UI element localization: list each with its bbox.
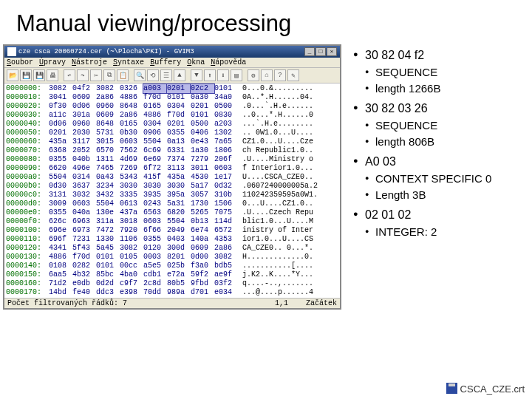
hex-word[interactable]: 0603 <box>72 200 96 208</box>
hex-word[interactable]: 6563 <box>143 208 167 217</box>
hex-row[interactable]: 0000100:696e 6973 7472 7920 6f66 2049 6e… <box>6 226 338 235</box>
hex-word[interactable]: 5265 <box>191 208 214 217</box>
hex-word[interactable]: 3082 <box>49 84 72 93</box>
hex-word[interactable]: 5a31 <box>167 200 191 208</box>
hex-word[interactable]: 437a <box>120 208 143 217</box>
hex-row[interactable]: 0000050:0201 2030 5731 0b30 0906 0355 04… <box>6 129 338 137</box>
hex-word[interactable]: 7279 <box>191 155 214 164</box>
hex-word[interactable]: 0a30 <box>191 93 214 102</box>
hex-word[interactable]: 6820 <box>167 208 191 217</box>
hex-word[interactable]: 4b32 <box>72 270 96 279</box>
hex-word[interactable]: 0500 <box>214 102 238 111</box>
hex-word[interactable]: 310b <box>214 191 238 200</box>
hex-word[interactable]: 0830 <box>214 111 238 120</box>
undo-icon[interactable]: ↶ <box>64 69 75 81</box>
hex-word[interactable]: 5504 <box>49 173 72 182</box>
hex-word[interactable]: 5a45 <box>96 244 120 253</box>
hex-word[interactable]: 1311 <box>96 155 120 164</box>
down-icon[interactable]: ▼ <box>191 69 202 81</box>
hex-row[interactable]: 00000c0:3131 3032 3432 3335 3935 395a 30… <box>6 191 338 200</box>
hex-row[interactable]: 0000000:3082 04f2 3082 0326 a003 0201 02… <box>6 84 338 93</box>
hex-word[interactable]: 8201 <box>167 253 191 262</box>
hex-word[interactable]: 626c <box>49 217 72 226</box>
hex-word[interactable]: 989a <box>167 288 191 297</box>
hex-word[interactable]: 7562 <box>120 146 143 155</box>
hex-word[interactable]: 0108 <box>49 262 72 270</box>
hex-word[interactable]: 0d06 <box>49 120 72 129</box>
hex-word[interactable]: 0243 <box>143 200 167 208</box>
hex-word[interactable]: 0609 <box>191 244 214 253</box>
hex-word[interactable]: 496e <box>72 164 96 173</box>
hex-word[interactable]: 00cc <box>120 262 143 270</box>
hex-word[interactable]: 03f2 <box>214 279 238 288</box>
paste-icon[interactable]: 📋 <box>117 69 129 81</box>
load-icon[interactable]: ⬆ <box>204 69 216 81</box>
hex-word[interactable]: 7269 <box>120 164 143 173</box>
make-icon[interactable]: ⚙ <box>248 69 259 81</box>
hex-word[interactable]: 6f66 <box>143 226 167 235</box>
hex-word[interactable]: 0120 <box>143 244 167 253</box>
hex-word[interactable]: 4ba0 <box>120 270 143 279</box>
hex-word[interactable]: 6572 <box>214 226 238 235</box>
maximize-icon[interactable]: □ <box>316 47 326 56</box>
hex-row[interactable]: 0000160:71d2 e0db 0d2d c9f7 2c8d 80b5 9f… <box>6 279 338 288</box>
shell-icon[interactable]: ▤ <box>231 69 242 81</box>
hex-word[interactable]: 7a65 <box>214 137 238 146</box>
hex-word[interactable]: 0101 <box>167 93 191 102</box>
hex-word[interactable]: 0406 <box>191 129 214 137</box>
hex-row[interactable]: 0000130:4886 f70d 0101 0105 0003 8201 0d… <box>6 253 338 262</box>
hex-row[interactable]: 0000090:6620 496e 7465 7269 6f72 3113 30… <box>6 164 338 173</box>
hex-word[interactable]: 6331 <box>167 146 191 155</box>
hex-word[interactable]: fe40 <box>72 288 96 297</box>
hex-word[interactable]: 114d <box>214 217 238 226</box>
hex-word[interactable]: 0f30 <box>49 102 72 111</box>
hex-row[interactable]: 0000020:0f30 0d06 0960 8648 0165 0304 02… <box>6 102 338 111</box>
hex-word[interactable]: 415f <box>143 173 167 182</box>
hex-word[interactable]: 1106 <box>120 235 143 244</box>
hex-word[interactable]: 3041 <box>49 93 72 102</box>
hex-word[interactable]: 3935 <box>143 191 167 200</box>
menu-item[interactable]: Okna <box>187 58 205 66</box>
hex-word[interactable]: a5e5 <box>143 262 167 270</box>
hex-word[interactable]: 6570 <box>96 146 120 155</box>
hex-word[interactable]: 2030 <box>72 129 96 137</box>
hex-word[interactable]: 130e <box>96 208 120 217</box>
hex-word[interactable]: 0101 <box>96 262 120 270</box>
hex-word[interactable]: 5504 <box>143 137 167 146</box>
hex-word[interactable]: 3335 <box>120 191 143 200</box>
hex-word[interactable]: 1730 <box>191 200 214 208</box>
open-icon[interactable]: 📂 <box>7 69 18 81</box>
hex-word[interactable]: 0355 <box>167 129 191 137</box>
hex-word[interactable]: 301a <box>72 111 96 120</box>
hex-word[interactable]: 4886 <box>49 253 72 262</box>
hex-word[interactable]: 0609 <box>96 111 120 120</box>
hex-word[interactable]: 0603 <box>143 217 167 226</box>
hex-word[interactable]: 0403 <box>167 235 191 244</box>
menu-item[interactable]: Nápověda <box>211 58 246 66</box>
hex-word[interactable]: 04f2 <box>72 84 96 93</box>
hex-word[interactable]: 3082 <box>120 244 143 253</box>
hex-word[interactable]: bdb5 <box>214 262 238 270</box>
redo-icon[interactable]: ↷ <box>77 69 89 81</box>
hex-word[interactable]: 71d2 <box>49 279 72 288</box>
toolbar[interactable]: 📂💾💾🖶↶↷✂⧉📋🔍⟲☰▲▼⬆⬇▤⚙⌂?✎ <box>4 68 340 83</box>
hex-word[interactable]: f3a0 <box>191 262 214 270</box>
save-icon[interactable]: 💾 <box>20 69 32 81</box>
hex-word[interactable]: 02c2 <box>191 84 214 93</box>
hex-word[interactable]: 2049 <box>167 226 191 235</box>
hex-word[interactable]: 5731 <box>96 129 120 137</box>
hex-word[interactable]: 0d00 <box>191 253 214 262</box>
hex-word[interactable]: 4353 <box>214 235 238 244</box>
hex-word[interactable]: 3113 <box>167 164 191 173</box>
menu-item[interactable]: Soubor <box>7 58 33 66</box>
hex-word[interactable]: 1506 <box>214 200 238 208</box>
hex-word[interactable]: 2a86 <box>214 244 238 253</box>
search-icon[interactable]: 🔍 <box>134 69 146 81</box>
hex-word[interactable]: 4d69 <box>120 155 143 164</box>
hex-word[interactable]: 3030 <box>143 182 167 191</box>
replace-icon[interactable]: ⟲ <box>147 69 159 81</box>
hex-word[interactable]: c9f7 <box>120 279 143 288</box>
hex-word[interactable]: a003 <box>143 84 167 93</box>
hex-word[interactable]: 395a <box>167 191 191 200</box>
hex-word[interactable]: e72a <box>167 270 191 279</box>
